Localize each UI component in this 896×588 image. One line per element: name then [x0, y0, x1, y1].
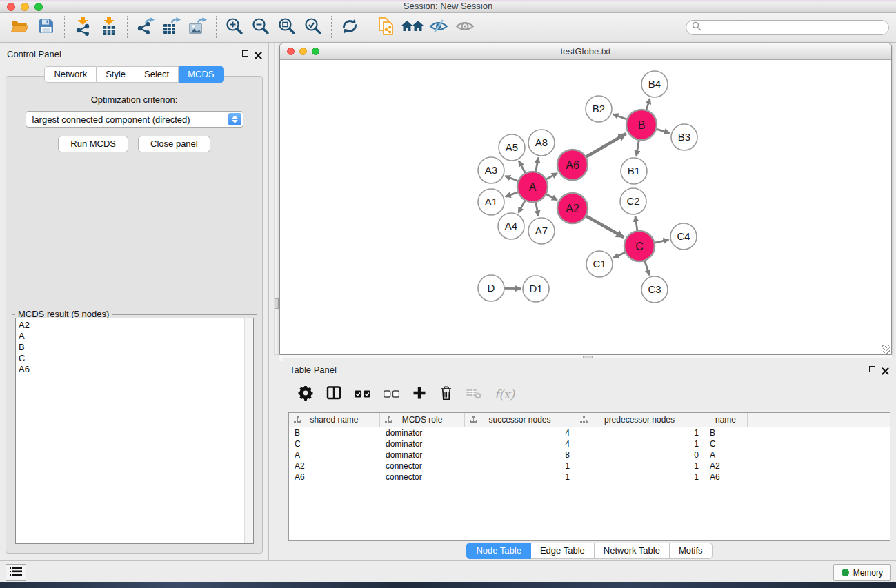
graph-edge-A6-B[interactable] [586, 134, 626, 157]
show-columns-button[interactable] [326, 385, 341, 403]
desktop-vertical-scrollbar[interactable] [274, 43, 279, 355]
tab-network-table[interactable]: Network Table [595, 543, 670, 559]
graph-node-B3[interactable]: B3 [671, 124, 697, 150]
zoom-out-button[interactable] [248, 14, 274, 41]
graph-edge-A-A1[interactable] [506, 192, 519, 197]
select-all-button[interactable] [355, 388, 370, 401]
zoom-in-button[interactable] [221, 14, 248, 41]
clone-network-button[interactable] [373, 14, 399, 41]
graph-edge-A-A2[interactable] [546, 194, 557, 200]
graph-node-B[interactable]: B [626, 110, 657, 140]
show-all-button[interactable] [452, 14, 478, 41]
close-panel-button[interactable]: Close panel [138, 136, 210, 152]
zoom-fit-button[interactable] [274, 14, 300, 41]
graph-node-A2[interactable]: A2 [557, 193, 588, 223]
result-list-item[interactable]: A6 [19, 364, 253, 375]
zoom-window-button[interactable] [34, 3, 43, 11]
graph-node-C4[interactable]: C4 [670, 223, 697, 250]
graph-edge-B-B4[interactable] [646, 99, 650, 110]
tab-node-table[interactable]: Node Table [466, 543, 531, 559]
criterion-dropdown[interactable]: largest connected component (directed) [26, 111, 243, 128]
graph-node-A4[interactable]: A4 [498, 213, 524, 239]
delete-table-button[interactable] [466, 386, 481, 403]
network-canvas[interactable]: B4B2BB3A8A5A6A3B1AA1C2A2A4A7C4CC1DD1C3 [280, 61, 891, 354]
graph-edge-B-B1[interactable] [637, 140, 639, 156]
graph-node-C1[interactable]: C1 [586, 251, 613, 277]
minimize-window-button[interactable] [21, 3, 29, 11]
column-header-MCDS-role[interactable]: MCDS role [380, 413, 465, 427]
graph-edge-C-C2[interactable] [635, 216, 637, 231]
table-row[interactable]: Adominator80A [289, 449, 890, 460]
graph-node-C3[interactable]: C3 [641, 276, 668, 303]
network-zoom-button[interactable] [312, 48, 319, 55]
column-header-successor-nodes[interactable]: successor nodes [465, 413, 575, 427]
column-header-predecessor-nodes[interactable]: predecessor nodes [575, 413, 704, 427]
task-history-button[interactable] [6, 564, 26, 581]
graph-edge-A-A6[interactable] [546, 173, 557, 179]
result-list-item[interactable]: A [19, 331, 253, 342]
graph-edge-C-C4[interactable] [655, 240, 669, 243]
function-builder-button[interactable]: f(x) [495, 387, 515, 401]
tab-mcds[interactable]: MCDS [179, 66, 223, 83]
tab-style[interactable]: Style [97, 66, 135, 83]
zoom-selected-button[interactable] [300, 14, 326, 41]
import-network-button[interactable] [70, 14, 96, 41]
column-header-name[interactable]: name [704, 413, 748, 427]
export-image-button[interactable] [185, 14, 211, 41]
close-panel-icon[interactable] [255, 50, 262, 57]
close-window-button[interactable] [7, 3, 15, 11]
graph-node-A[interactable]: A [517, 172, 548, 202]
graph-node-A1[interactable]: A1 [478, 189, 504, 215]
result-list-scrollbar[interactable] [244, 318, 253, 543]
window-resize-grip[interactable] [882, 345, 890, 354]
network-window-titlebar[interactable]: testGlobe.txt [280, 43, 891, 60]
export-network-button[interactable] [132, 14, 159, 41]
tab-select[interactable]: Select [135, 66, 179, 83]
result-list-item[interactable]: B [19, 342, 253, 353]
graph-node-A8[interactable]: A8 [528, 130, 555, 156]
first-neighbors-button[interactable] [399, 14, 426, 41]
graph-node-A6[interactable]: A6 [557, 150, 588, 180]
memory-button[interactable]: Memory [833, 564, 891, 581]
close-panel-icon[interactable] [882, 365, 889, 373]
export-table-button[interactable] [159, 14, 185, 41]
hide-selected-button[interactable] [426, 14, 452, 41]
tab-motifs[interactable]: Motifs [670, 543, 713, 559]
graph-edge-A-A3[interactable] [505, 176, 518, 181]
graph-node-A5[interactable]: A5 [499, 134, 525, 161]
table-row[interactable]: A6connector11A6 [289, 472, 890, 483]
save-session-button[interactable] [33, 14, 59, 41]
node-table[interactable]: shared nameMCDS rolesuccessor nodesprede… [288, 412, 890, 541]
graph-node-D[interactable]: D [478, 275, 504, 301]
open-session-button[interactable] [7, 14, 33, 41]
delete-row-button[interactable] [439, 385, 453, 403]
float-panel-icon[interactable] [869, 366, 875, 372]
refresh-view-button[interactable] [337, 14, 363, 41]
graph-node-B4[interactable]: B4 [641, 71, 668, 97]
graph-edge-A-A4[interactable] [519, 200, 526, 212]
vertical-scrollbar-thumb[interactable] [275, 298, 279, 309]
search-box[interactable] [686, 20, 889, 35]
run-mcds-button[interactable]: Run MCDS [58, 136, 128, 152]
graph-node-B1[interactable]: B1 [621, 158, 647, 184]
graph-node-A7[interactable]: A7 [528, 218, 555, 244]
graph-node-C[interactable]: C [624, 231, 655, 261]
import-table-button[interactable] [96, 14, 122, 41]
column-header-shared-name[interactable]: shared name [289, 413, 380, 427]
tab-edge-table[interactable]: Edge Table [531, 543, 595, 559]
result-list-item[interactable]: C [19, 353, 253, 364]
table-row[interactable]: A2connector11A2 [289, 460, 890, 472]
table-row[interactable]: Bdominator41B [289, 427, 890, 438]
graph-node-D1[interactable]: D1 [523, 276, 549, 302]
graph-node-A3[interactable]: A3 [478, 157, 504, 183]
graph-edge-C-C1[interactable] [613, 252, 626, 258]
table-row[interactable]: Cdominator41C [289, 438, 890, 449]
add-row-button[interactable] [412, 386, 426, 403]
graph-edge-A2-C[interactable] [586, 216, 624, 237]
table-settings-button[interactable] [298, 385, 313, 403]
search-input[interactable] [705, 23, 883, 32]
graph-edge-A-A5[interactable] [519, 161, 526, 174]
graph-edge-B-B2[interactable] [613, 114, 628, 120]
graph-edge-A-A7[interactable] [535, 202, 538, 216]
graph-node-B2[interactable]: B2 [586, 96, 612, 122]
